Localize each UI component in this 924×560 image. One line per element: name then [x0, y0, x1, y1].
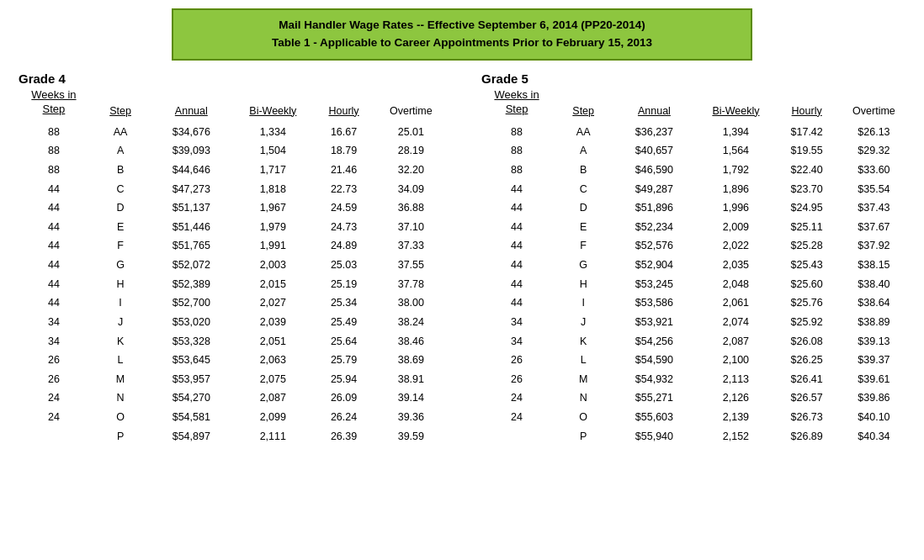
table-row: 88AA$34,6761,33416.6725.0188AA$36,2371,3…	[15, 123, 909, 142]
table-row: 34K$53,3282,05125.6438.4634K$54,2562,087…	[15, 332, 909, 351]
table-row: 34J$53,0202,03925.4938.2434J$53,9212,074…	[15, 313, 909, 332]
table-row: P$54,8972,11126.3939.59P$55,9402,152$26.…	[15, 427, 909, 446]
table-row: 44F$51,7651,99124.8937.3344F$52,5762,022…	[15, 236, 909, 256]
g4-annual-header: Annual	[148, 87, 234, 118]
table-row: 44I$52,7002,02725.3438.0044I$53,5862,061…	[15, 293, 909, 313]
table-row: 24O$54,5812,09926.2439.3624O$55,6032,139…	[15, 408, 909, 427]
table-row: 44D$51,1371,96724.5936.8844D$51,8961,996…	[15, 198, 909, 218]
g5-weeks-header: Weeks inStep	[478, 87, 555, 118]
g5-step-header: Step	[555, 87, 611, 118]
table-row: 88A$39,0931,50418.7928.1988A$40,6571,564…	[15, 141, 909, 161]
grade4-label: Grade 4	[15, 71, 148, 87]
header-box: Mail Handler Wage Rates -- Effective Sep…	[172, 8, 752, 61]
g4-biweekly-header: Bi-Weekly	[234, 87, 311, 118]
g4-step-header: Step	[93, 87, 148, 118]
g4-weeks-header: Weeks inStep	[15, 87, 93, 118]
table-row: 26M$53,9572,07525.9438.9126M$54,9322,113…	[15, 370, 909, 389]
table-row: 88B$44,6461,71721.4632.2088B$46,5901,792…	[15, 161, 909, 180]
g4-overtime-header: Overtime	[376, 87, 446, 118]
g5-hourly-header: Hourly	[774, 87, 839, 118]
g4-hourly-header: Hourly	[311, 87, 376, 118]
g5-overtime-header: Overtime	[839, 87, 909, 118]
g5-biweekly-header: Bi-Weekly	[697, 87, 774, 118]
table-row: 44H$52,3892,01525.1937.7844H$53,2452,048…	[15, 275, 909, 294]
header-line2: Table 1 - Applicable to Career Appointme…	[190, 34, 734, 52]
grade-labels-row: Grade 4 Grade 5	[15, 71, 909, 87]
column-headers-row: Weeks inStep Step Annual Bi-Weekly Hourl…	[15, 87, 909, 118]
g5-annual-header: Annual	[611, 87, 697, 118]
table-row: 24N$54,2702,08726.0939.1424N$55,2712,126…	[15, 388, 909, 408]
grade5-label: Grade 5	[478, 71, 611, 87]
table-row: 44E$51,4461,97924.7337.1044E$52,2342,009…	[15, 218, 909, 237]
table-row: 26L$53,6452,06325.7938.6926L$54,5902,100…	[15, 351, 909, 370]
table-row: 44G$52,0722,00325.0337.5544G$52,9042,035…	[15, 256, 909, 275]
header-line1: Mail Handler Wage Rates -- Effective Sep…	[190, 17, 734, 34]
table-row: 44C$47,2731,81822.7334.0944C$49,2871,896…	[15, 180, 909, 199]
